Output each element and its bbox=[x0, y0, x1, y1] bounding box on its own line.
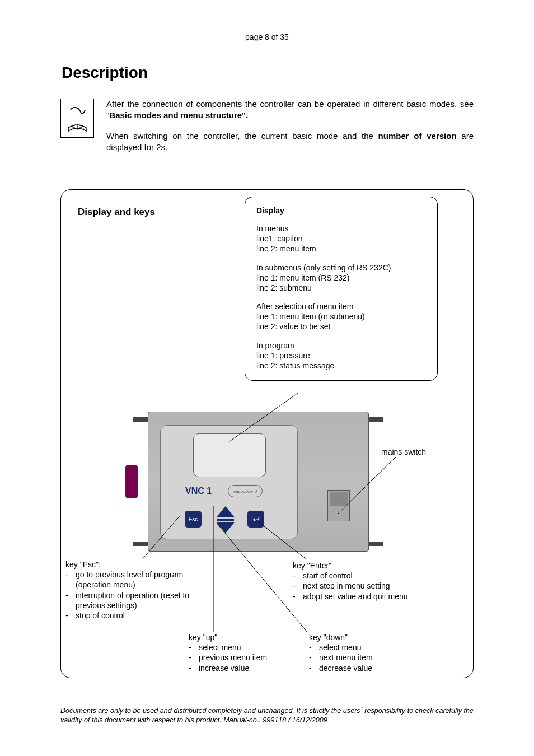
callout-esc-title: key "Esc": bbox=[65, 559, 214, 570]
disp-g4l2: line 1: pressure bbox=[256, 351, 426, 361]
enter-key bbox=[247, 511, 264, 528]
intro-p1b: Basic modes and menu structure". bbox=[109, 110, 248, 120]
disp-g3l2: line 1: menu item (or submenu) bbox=[256, 312, 426, 322]
device-model-label: VNC 1 bbox=[185, 486, 212, 496]
disp-g3l3: line 2: value to be set bbox=[256, 322, 426, 332]
device-screen bbox=[193, 433, 266, 477]
disp-g4l3: line 2: status message bbox=[256, 361, 426, 371]
device-brand-label: vacuubrand bbox=[228, 485, 263, 497]
callout-esc-i3: stop of control bbox=[76, 610, 214, 620]
intro-p2b: number of version bbox=[378, 131, 457, 141]
disp-g1l3: line 2: menu item bbox=[256, 244, 426, 254]
svg-marker-6 bbox=[216, 522, 235, 533]
callout-enter-title: key "Enter" bbox=[293, 561, 433, 571]
callout-down-i2: next menu item bbox=[319, 652, 421, 662]
callout-enter-i1: start of control bbox=[303, 571, 433, 581]
svg-line-2 bbox=[71, 127, 75, 128]
diagram-title: Display and keys bbox=[78, 207, 155, 218]
footer-disclaimer: Documents are only to be used and distri… bbox=[60, 706, 474, 725]
device-illustration: VNC 1 vacuubrand Esc bbox=[148, 412, 369, 552]
manual-icon bbox=[60, 99, 94, 138]
intro-text: After the connection of components the c… bbox=[106, 99, 474, 162]
callout-down-title: key "down" bbox=[309, 632, 421, 642]
disp-g1l2: line1: caption bbox=[256, 234, 426, 244]
disp-g2l2: line 1: menu item (RS 232) bbox=[256, 273, 426, 283]
callout-up-i2: previous menu item bbox=[199, 652, 295, 662]
mains-switch bbox=[327, 490, 350, 521]
callout-esc-i1: go to previous level of program (operati… bbox=[76, 570, 214, 590]
display-description-box: Display In menus line1: caption line 2: … bbox=[245, 197, 438, 381]
callout-esc-i2: interruption of operation (reset to prev… bbox=[76, 590, 214, 610]
disp-g2l1: In submenus (only setting of RS 232C) bbox=[256, 263, 426, 273]
esc-key-label: Esc bbox=[189, 516, 198, 522]
callout-esc: key "Esc": go to previous level of progr… bbox=[65, 559, 214, 620]
callout-down-i1: select menu bbox=[319, 642, 421, 652]
callout-enter-i2: next step in menu setting bbox=[303, 581, 433, 591]
callout-down-i3: decrease value bbox=[319, 663, 421, 673]
disp-g1l1: In menus bbox=[256, 224, 426, 234]
diagram: Display and keys Display In menus line1:… bbox=[60, 189, 474, 678]
callout-enter-i3: adopt set value and quit menu bbox=[303, 591, 433, 601]
callout-enter: key "Enter" start of control next step i… bbox=[293, 561, 433, 601]
intro-p2a: When switching on the controller, the cu… bbox=[106, 131, 378, 141]
svg-line-4 bbox=[79, 127, 84, 128]
disp-g4l1: In program bbox=[256, 341, 426, 351]
esc-key: Esc bbox=[185, 511, 202, 528]
display-title: Display bbox=[256, 206, 426, 215]
disp-g2l3: line 2: submenu bbox=[256, 283, 426, 293]
page-header: page 8 of 35 bbox=[0, 0, 534, 41]
section-heading: Description bbox=[62, 64, 534, 82]
disp-g3l1: After selection of menu item bbox=[256, 302, 426, 312]
callout-mains: mains switch bbox=[381, 447, 426, 457]
arrow-keys bbox=[216, 506, 236, 533]
callout-up-i1: select menu bbox=[199, 642, 295, 652]
callout-up-title: key "up" bbox=[189, 632, 295, 642]
callout-up-i3: increase value bbox=[199, 663, 295, 673]
callout-down: key "down" select menu next menu item de… bbox=[309, 632, 421, 673]
callout-up: key "up" select menu previous menu item … bbox=[189, 632, 295, 673]
svg-marker-5 bbox=[216, 506, 235, 517]
